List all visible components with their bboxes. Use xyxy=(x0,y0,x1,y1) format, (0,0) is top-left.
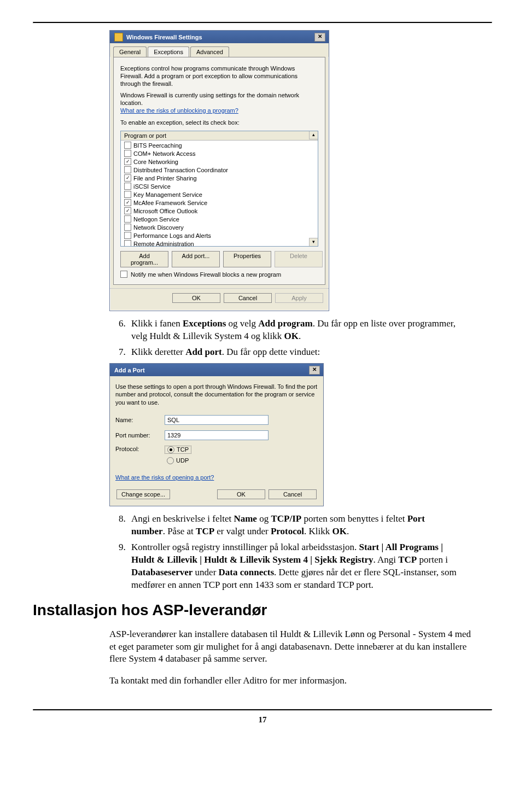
cancel-button[interactable]: Cancel xyxy=(224,293,272,303)
list-item[interactable]: ✓McAfee Framework Service xyxy=(122,198,317,207)
port-number-input[interactable] xyxy=(165,430,269,440)
close-icon[interactable]: ✕ xyxy=(314,33,325,42)
list-item-label: Remote Administration xyxy=(133,241,194,247)
list-header: Program or port xyxy=(121,131,318,141)
checkbox-icon[interactable]: ✓ xyxy=(124,158,131,165)
add-port-button[interactable]: Add port... xyxy=(172,251,220,267)
list-item[interactable]: Remote Administration xyxy=(122,239,317,246)
port-label: Port number: xyxy=(115,432,165,439)
list-item[interactable]: COM+ Network Access xyxy=(122,149,317,157)
list-item-label: Distributed Transaction Coordinator xyxy=(133,167,228,173)
protocol-label: Protocol: xyxy=(115,446,165,452)
add-port-window: Add a Port ✕ Use these settings to open … xyxy=(109,363,324,506)
radio-icon xyxy=(167,446,174,453)
ok-button[interactable]: OK xyxy=(217,489,265,499)
step-9: Kontroller også registry innstillinger p… xyxy=(128,541,459,592)
checkbox-icon[interactable]: ✓ xyxy=(124,207,131,214)
domain-notice: Windows Firewall is currently using sett… xyxy=(120,92,318,114)
tab-general[interactable]: General xyxy=(113,46,147,57)
protocol-tcp-radio[interactable]: TCP xyxy=(165,446,191,454)
checkbox-icon[interactable] xyxy=(124,166,131,173)
list-item[interactable]: Netlogon Service xyxy=(122,215,317,223)
protocol-udp-radio[interactable]: UDP xyxy=(165,457,191,464)
shield-icon xyxy=(114,33,123,42)
add-port-title: Add a Port xyxy=(114,367,309,373)
name-row: Name: xyxy=(115,415,318,425)
list-item-label: BITS Peercaching xyxy=(133,142,182,149)
name-label: Name: xyxy=(115,417,165,423)
checkbox-icon[interactable] xyxy=(124,191,131,198)
list-item[interactable]: iSCSI Service xyxy=(122,182,317,190)
port-row: Port number: xyxy=(115,430,318,440)
close-icon[interactable]: ✕ xyxy=(309,366,320,375)
scroll-down-icon[interactable]: ▾ xyxy=(309,238,318,246)
firewall-titlebar: Windows Firewall Settings ✕ xyxy=(110,31,329,43)
list-item[interactable]: Key Management Service xyxy=(122,190,317,198)
list-item-label: Netlogon Service xyxy=(133,216,179,223)
list-item[interactable]: Performance Logs and Alerts xyxy=(122,231,317,239)
page-number: 17 xyxy=(33,715,492,735)
checkbox-icon[interactable]: ✓ xyxy=(124,174,131,182)
list-item-label: File and Printer Sharing xyxy=(133,175,197,182)
add-port-footer: Change scope... OK Cancel xyxy=(115,484,318,500)
properties-button[interactable]: Properties xyxy=(223,251,271,267)
step-6: Klikk i fanen Exceptions og velg Add pro… xyxy=(128,318,459,343)
add-port-titlebar: Add a Port ✕ xyxy=(110,364,323,376)
tab-exceptions[interactable]: Exceptions xyxy=(148,46,189,57)
section-heading-asp: Installasjon hos ASP-leverandør xyxy=(33,601,492,619)
list-item[interactable]: ✓File and Printer Sharing xyxy=(122,174,317,182)
checkbox-icon[interactable] xyxy=(124,232,131,239)
list-item[interactable]: Distributed Transaction Coordinator xyxy=(122,166,317,174)
list-item-label: iSCSI Service xyxy=(133,183,171,190)
add-program-button[interactable]: Add program... xyxy=(120,251,168,267)
steps-8-9: Angi en beskrivelse i feltet Name og TCP… xyxy=(109,513,459,592)
checkbox-icon[interactable] xyxy=(124,240,131,246)
risks-opening-port-link[interactable]: What are the risks of opening a port? xyxy=(115,474,214,481)
checkbox-icon[interactable] xyxy=(124,215,131,223)
ok-button[interactable]: OK xyxy=(172,293,220,303)
tab-advanced[interactable]: Advanced xyxy=(190,46,229,57)
delete-button: Delete xyxy=(275,251,323,267)
step-8: Angi en beskrivelse i feltet Name og TCP… xyxy=(128,513,459,538)
change-scope-button[interactable]: Change scope... xyxy=(116,489,170,499)
list-item-label: COM+ Network Access xyxy=(133,150,195,157)
protocol-row: Protocol: TCP UDP xyxy=(115,446,318,464)
asp-paragraph-2: Ta kontakt med din forhandler eller Adit… xyxy=(109,675,476,687)
checkbox-icon[interactable] xyxy=(124,142,131,149)
firewall-tabs: General Exceptions Advanced xyxy=(110,43,329,57)
add-port-intro: Use these settings to open a port throug… xyxy=(115,383,318,406)
list-item-label: Performance Logs and Alerts xyxy=(133,232,211,239)
step-7: Klikk deretter Add port. Du får opp dett… xyxy=(128,346,459,359)
list-item-label: Microsoft Office Outlook xyxy=(133,208,197,214)
list-item-label: Key Management Service xyxy=(133,191,202,198)
risks-unblocking-link[interactable]: What are the risks of unblocking a progr… xyxy=(120,107,238,114)
notify-row[interactable]: Notify me when Windows Firewall blocks a… xyxy=(120,271,318,278)
notify-checkbox[interactable] xyxy=(120,271,127,278)
name-input[interactable] xyxy=(165,415,269,425)
list-item[interactable]: BITS Peercaching xyxy=(122,141,317,149)
add-port-body: Use these settings to open a port throug… xyxy=(110,376,323,506)
apply-button: Apply xyxy=(275,293,323,303)
list-item-label: McAfee Framework Service xyxy=(133,200,207,206)
cancel-button[interactable]: Cancel xyxy=(269,489,317,499)
page-top-rule xyxy=(33,22,492,24)
exceptions-listbox[interactable]: ▴ Program or port BITS PeercachingCOM+ N… xyxy=(120,131,318,247)
list-item[interactable]: ✓Microsoft Office Outlook xyxy=(122,207,317,215)
list-item-label: Network Discovery xyxy=(133,224,184,231)
domain-notice-text: Windows Firewall is currently using sett… xyxy=(120,92,299,106)
intro-text: Exceptions control how programs communic… xyxy=(120,65,318,87)
checkbox-icon[interactable] xyxy=(124,183,131,190)
radio-icon xyxy=(167,457,174,464)
firewall-settings-window: Windows Firewall Settings ✕ General Exce… xyxy=(109,30,329,311)
steps-6-7: Klikk i fanen Exceptions og velg Add pro… xyxy=(109,318,459,359)
scroll-up-icon[interactable]: ▴ xyxy=(309,131,318,139)
checkbox-icon[interactable] xyxy=(124,224,131,231)
list-item-label: Core Networking xyxy=(133,159,178,165)
checkbox-icon[interactable] xyxy=(124,150,131,157)
enable-instruction: To enable an exception, select its check… xyxy=(120,119,318,127)
list-item[interactable]: Network Discovery xyxy=(122,223,317,231)
list-item[interactable]: ✓Core Networking xyxy=(122,157,317,166)
exceptions-button-row: Add program... Add port... Properties De… xyxy=(120,251,318,267)
asp-paragraph-1: ASP-leverandører kan installere database… xyxy=(109,628,476,666)
checkbox-icon[interactable]: ✓ xyxy=(124,199,131,206)
